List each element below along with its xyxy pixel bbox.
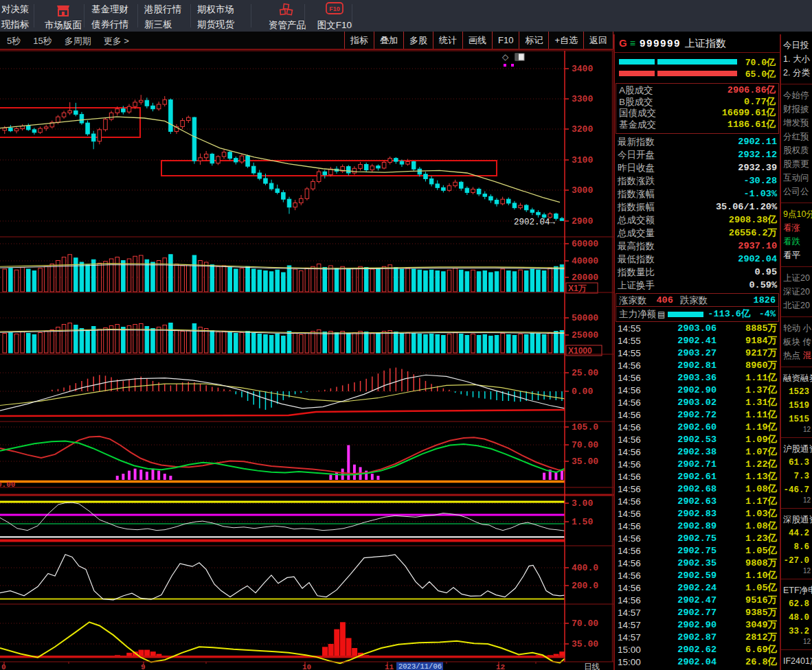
candle-body xyxy=(157,104,161,109)
marker-dot xyxy=(511,64,514,67)
tick-row[interactable]: 14:562902.359808万 xyxy=(618,557,777,570)
tool-button-8[interactable]: 返回 xyxy=(583,32,613,49)
axis-label: 35.00 xyxy=(572,639,598,649)
tick-row[interactable]: 14:562902.381.07亿 xyxy=(618,446,777,459)
tick-row[interactable]: 14:552902.419184万 xyxy=(618,335,777,347)
tick-row[interactable]: 14:552903.068885万 xyxy=(618,323,777,335)
nav-item-4[interactable]: 期权市场期货现货 xyxy=(197,0,245,32)
tick-row[interactable]: 14:562902.751.23亿 xyxy=(618,533,777,545)
nav-item-3[interactable]: 港股行情新三板 xyxy=(144,0,192,32)
sidebar-item[interactable]: 看涨 xyxy=(783,221,812,235)
volume-bar xyxy=(453,333,458,354)
tick-row[interactable]: 14:572902.779385万 xyxy=(618,607,777,619)
nav-item-1[interactable]: 市场版面 xyxy=(39,0,87,32)
sidebar-item[interactable]: 今始停 xyxy=(783,89,812,102)
tick-row[interactable]: 15:002902.0426.8亿 xyxy=(618,656,777,669)
tool-button-6[interactable]: 标记 xyxy=(519,32,548,49)
tick-row[interactable]: 14:562902.711.22亿 xyxy=(618,459,777,471)
sidebar-item[interactable]: 上证20 xyxy=(783,271,812,285)
tick-list[interactable]: 14:552903.068885万14:552902.419184万14:552… xyxy=(615,322,780,669)
diamond-icon[interactable]: ◇ xyxy=(502,52,509,62)
period-button-1[interactable]: 15秒 xyxy=(33,35,52,47)
tool-button-4[interactable]: 画线 xyxy=(462,32,492,49)
nav-item-2[interactable]: 基金理财债券行情 xyxy=(91,0,139,32)
list-icon[interactable]: ▤ xyxy=(657,307,665,322)
candle-body xyxy=(471,189,475,193)
volume-bar xyxy=(411,334,416,354)
tick-time: 14:56 xyxy=(618,533,653,545)
sidebar-section-header[interactable]: 深股通资 xyxy=(783,513,812,527)
volume-bar xyxy=(501,269,505,292)
tool-button-3[interactable]: 统计 xyxy=(433,32,462,49)
tick-row[interactable]: 15:002902.626.69亿 xyxy=(618,644,777,656)
sidebar-item[interactable]: 板块 传 xyxy=(783,335,812,349)
sidebar-section-header[interactable]: 沪股通资 xyxy=(783,442,812,456)
sidebar-item[interactable]: 股权质 xyxy=(783,143,812,157)
tick-time: 14:56 xyxy=(618,397,653,409)
period-button-2[interactable]: 多周期 xyxy=(65,35,91,47)
candle-body xyxy=(287,199,291,207)
candle-body xyxy=(91,134,95,141)
period-button-3[interactable]: 更多 > xyxy=(104,35,129,47)
tick-row[interactable]: 14:562902.591.10亿 xyxy=(618,570,777,582)
shop-icon xyxy=(55,2,71,21)
tick-row[interactable]: 14:572902.903049万 xyxy=(618,619,777,632)
tick-row[interactable]: 14:562902.631.17亿 xyxy=(618,496,777,508)
index-stat-row: 昨日收盘2932.39 xyxy=(618,161,777,174)
sidebar-item[interactable]: 热点 混 xyxy=(783,349,812,362)
period-button-0[interactable]: 5秒 xyxy=(7,35,21,47)
tick-row[interactable]: 14:562902.531.09亿 xyxy=(618,434,777,446)
sidebar-section-header[interactable]: IF2401净 xyxy=(783,654,812,668)
sidebar-section-header[interactable]: ETF净申 xyxy=(783,584,812,597)
sidebar-item[interactable]: 看跌 xyxy=(783,235,812,249)
sidebar-value: 48.0 xyxy=(783,611,812,625)
sidebar-item[interactable]: 北证20 xyxy=(783,299,812,312)
sidebar-item[interactable]: 互动问 xyxy=(783,171,812,185)
candle-body xyxy=(530,210,534,213)
tick-row[interactable]: 14:562903.361.11亿 xyxy=(618,372,777,384)
tick-row[interactable]: 14:562902.601.19亿 xyxy=(618,421,777,434)
menu-icon[interactable]: ≡ xyxy=(630,38,635,49)
tool-button-2[interactable]: 多股 xyxy=(403,32,433,49)
tool-button-0[interactable]: 指标 xyxy=(344,32,374,49)
tick-row[interactable]: 14:562903.021.31亿 xyxy=(618,397,777,409)
sidebar-item[interactable]: 分红预 xyxy=(783,130,812,143)
tick-row[interactable]: 14:562902.901.37亿 xyxy=(618,384,777,397)
tick-row[interactable]: 14:562902.479516万 xyxy=(618,594,777,607)
tool-button-7[interactable]: +自选 xyxy=(548,32,583,49)
tool-button-5[interactable]: F10 xyxy=(492,32,519,49)
sidebar-section-header[interactable]: 融资融券 xyxy=(783,371,812,385)
tick-row[interactable]: 14:562902.831.03亿 xyxy=(618,508,777,520)
index-stat-row: 最高指数2937.10 xyxy=(618,240,777,253)
sidebar-item[interactable]: 2. 分类 xyxy=(783,66,812,80)
sidebar-item[interactable]: 增发预 xyxy=(783,116,812,130)
volume-bar xyxy=(530,334,534,354)
sidebar-item[interactable]: 9点10分 xyxy=(783,207,812,221)
tick-row[interactable]: 14:572902.872812万 xyxy=(618,632,777,644)
tick-row[interactable]: 14:562902.891.08亿 xyxy=(618,520,777,533)
tick-row[interactable]: 14:562902.681.08亿 xyxy=(618,483,777,496)
volume-bar xyxy=(537,334,541,354)
sidebar-item[interactable]: 看平 xyxy=(783,249,812,262)
sidebar-item[interactable]: 股票更 xyxy=(783,157,812,171)
symbol-header[interactable]: G≡999999上证指数 xyxy=(615,34,780,53)
tool-button-1[interactable]: 叠加 xyxy=(374,32,403,49)
kline-chart[interactable]: 0.002902.04→3400330032003100300029006000… xyxy=(0,50,613,670)
sidebar-item[interactable]: 1. 大小 xyxy=(783,52,812,66)
tick-row[interactable]: 14:562902.611.13亿 xyxy=(618,471,777,483)
tick-row[interactable]: 14:562902.721.11亿 xyxy=(618,409,777,421)
sidebar-item[interactable]: 今日投 xyxy=(783,38,812,52)
sidebar-item[interactable]: 财报披 xyxy=(783,102,812,116)
candle-body xyxy=(192,117,196,161)
tick-row[interactable]: 14:562902.818960万 xyxy=(618,360,777,372)
sidebar-item[interactable]: 深证20 xyxy=(783,285,812,299)
chart-area[interactable]: 0.002902.04→3400330032003100300029006000… xyxy=(0,50,613,670)
tick-price: 2902.90 xyxy=(653,619,717,632)
sidebar-item[interactable]: 公司公 xyxy=(783,185,812,198)
tick-row[interactable]: 14:552903.279217万 xyxy=(618,347,777,360)
sidebar-item[interactable]: 轮动 小 xyxy=(783,321,812,335)
tick-row[interactable]: 14:562902.241.05亿 xyxy=(618,582,777,594)
tick-row[interactable]: 14:562902.751.05亿 xyxy=(618,545,777,557)
main-force-row[interactable]: 主力净额 ▤ -113.6亿 -4% xyxy=(616,307,779,322)
candle-body xyxy=(210,154,214,163)
